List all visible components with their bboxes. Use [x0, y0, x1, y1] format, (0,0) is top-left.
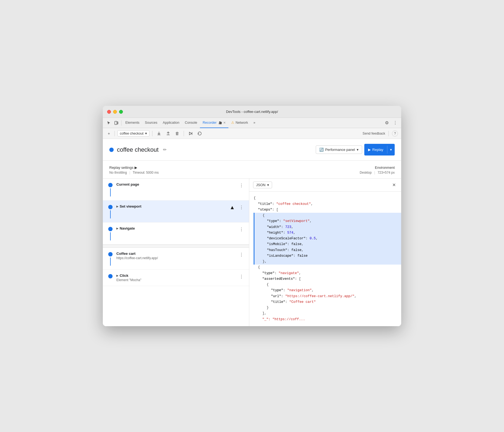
tab-console[interactable]: Console — [182, 118, 200, 128]
perf-panel-icon: 🔄 — [319, 148, 324, 152]
tab-sources[interactable]: Sources — [142, 118, 160, 128]
step-subtitle-click: Element "Mocha" — [116, 278, 238, 282]
step-click[interactable]: ▶ Click Element "Mocha" ⋮ — [103, 270, 249, 286]
environment-value: Desktop | 723×574 px — [252, 171, 395, 174]
tab-elements[interactable]: Elements — [123, 118, 142, 128]
json-nav-url-line: "url": "https://coffee-cart.netlify.app/… — [254, 294, 397, 299]
performance-panel-button[interactable]: 🔄 Performance panel ▾ — [316, 145, 362, 154]
step-more-button-4[interactable]: ⋮ — [238, 252, 245, 258]
export-button[interactable] — [155, 130, 163, 137]
recorder-toolbar: + coffee checkout ▾ 🗑 Send feedback ? — [103, 128, 401, 139]
step-dot-3 — [108, 227, 113, 231]
add-recording-button[interactable]: + — [106, 130, 112, 137]
env-separator: | — [374, 171, 375, 174]
expand-arrow-navigate: ▶ — [116, 227, 119, 230]
play-step-button[interactable] — [187, 130, 194, 137]
maximize-window-button[interactable] — [119, 110, 123, 114]
recording-name: coffee checkout — [120, 132, 143, 135]
json-nav-event-close: } — [254, 305, 397, 311]
replay-button[interactable]: ▶ Replay ▾ — [364, 144, 395, 155]
json-width-line: "width": 723, — [263, 224, 397, 230]
import-button[interactable] — [164, 130, 172, 137]
replay-all-button[interactable] — [196, 130, 203, 137]
json-nav-event-open: { — [254, 282, 397, 288]
step-more-button-2[interactable]: ⋮ — [238, 204, 245, 211]
step-line-1 — [110, 188, 111, 196]
step-expand-viewport: ▶ Set viewport — [116, 204, 229, 208]
settings-icon-button[interactable]: ⚙ — [383, 119, 390, 126]
more-options-icon-button[interactable]: ⋮ — [391, 119, 399, 126]
steps-container: Current page ⋮ ▶ Set view — [103, 179, 249, 286]
close-window-button[interactable] — [107, 110, 111, 114]
tab-more[interactable]: » — [251, 118, 258, 128]
help-button[interactable]: ? — [392, 131, 398, 136]
json-panel-close-button[interactable]: ✕ — [391, 181, 397, 189]
json-highlighted-block: { "type": "setViewport", "width": 723, "… — [254, 213, 401, 265]
step-expand-click: ▶ Click — [116, 274, 238, 278]
devtools-tab-bar: Elements Sources Application Console Rec… — [103, 118, 401, 128]
tab-application[interactable]: Application — [160, 118, 182, 128]
replay-settings-label: Replay settings — [109, 166, 133, 170]
step-dot-col-2 — [108, 204, 113, 218]
send-feedback-link[interactable]: Send feedback — [363, 132, 385, 135]
feedback-separator — [388, 131, 389, 136]
tab-recorder[interactable]: Recorder 🎥 ✕ — [200, 118, 228, 128]
step-dot-col-1 — [108, 182, 113, 196]
step-title-navigate: Navigate — [120, 226, 135, 230]
step-expand-navigate: ▶ Navigate — [116, 226, 238, 230]
recording-selector[interactable]: coffee checkout ▾ — [117, 130, 149, 136]
toolbar-separator-1 — [114, 131, 115, 136]
step-more-button-3[interactable]: ⋮ — [238, 226, 245, 233]
json-panel: JSON ▾ ✕ { "title": "coffee checkout", "… — [249, 179, 401, 326]
edit-title-button[interactable]: ✏ — [162, 146, 168, 153]
step-current-page[interactable]: Current page ⋮ — [103, 179, 249, 201]
settings-right: Environment Desktop | 723×574 px — [252, 166, 395, 174]
json-url-truncated-line: "_": "https://coff... — [254, 317, 397, 322]
step-content-navigate: ▶ Navigate — [116, 226, 238, 230]
step-set-viewport[interactable]: ▶ Set viewport ▲ ⋮ — [103, 201, 249, 223]
replay-play-icon: ▶ — [368, 148, 371, 152]
recording-status-dot — [109, 148, 114, 152]
step-line-3 — [110, 232, 111, 240]
json-toolbar: JSON ▾ ✕ — [249, 179, 401, 192]
step-dot-5 — [108, 274, 113, 278]
step-more-button-5[interactable]: ⋮ — [238, 274, 245, 280]
json-nav-type-line: "type": "navigate", — [254, 271, 397, 276]
json-title-line: "title": "coffee checkout", — [254, 201, 397, 207]
svg-rect-0 — [115, 121, 117, 125]
minimize-window-button[interactable] — [113, 110, 117, 114]
json-format-selector[interactable]: JSON ▾ — [253, 182, 272, 188]
step-subtitle-coffee-cart: https://coffee-cart.netlify.app/ — [116, 256, 238, 260]
header-right-actions: 🔄 Performance panel ▾ ▶ Replay ▾ — [316, 144, 395, 155]
tab-network[interactable]: ⚠ Network — [228, 118, 251, 128]
recording-title: coffee checkout — [117, 146, 159, 153]
delete-recording-button[interactable]: 🗑 — [174, 130, 181, 137]
replay-settings-toggle[interactable]: Replay settings ▶ — [109, 166, 252, 170]
step-dot-4 — [108, 252, 113, 256]
devtools-right-icons: ⚙ ⋮ — [383, 119, 399, 126]
settings-area: Replay settings ▶ No throttling | Timeou… — [103, 161, 401, 179]
json-nav-event-type-line: "type": "navigation", — [254, 288, 397, 293]
json-mobile-line: "isMobile": false, — [263, 242, 397, 247]
step-dot-1 — [108, 183, 113, 187]
replay-main-action[interactable]: ▶ Replay — [364, 146, 387, 154]
step-more-button-1[interactable]: ⋮ — [238, 182, 245, 189]
env-type: Desktop — [360, 171, 372, 174]
step-dot-col-5 — [108, 274, 113, 278]
replay-dropdown-arrow[interactable]: ▾ — [387, 146, 395, 154]
step-dot-col-3 — [108, 226, 113, 240]
cursor-tool-icon[interactable] — [105, 120, 113, 126]
step-navigate[interactable]: ▶ Navigate ⋮ — [103, 223, 249, 244]
toolbar-separator-2 — [152, 131, 152, 136]
json-steps-line: "steps": [ — [254, 207, 397, 213]
settings-separator: | — [129, 171, 130, 174]
traffic-lights — [107, 110, 123, 114]
json-format-chevron: ▾ — [267, 183, 269, 187]
expand-arrow-click: ▶ — [116, 274, 119, 277]
svg-marker-2 — [189, 132, 192, 135]
step-coffee-cart[interactable]: Coffee cart https://coffee-cart.netlify.… — [103, 248, 249, 270]
step-title-viewport: Set viewport — [120, 204, 141, 208]
step-title-current-page: Current page — [116, 182, 238, 186]
device-tool-icon[interactable] — [113, 120, 120, 126]
recorder-tab-close[interactable]: ✕ — [223, 121, 226, 124]
